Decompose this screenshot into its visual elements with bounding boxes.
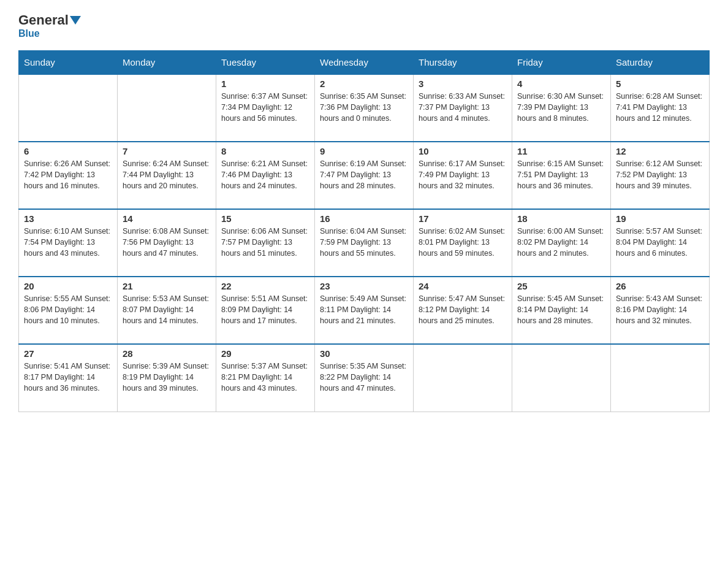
calendar-week-row: 1Sunrise: 6:37 AM Sunset: 7:34 PM Daylig… (19, 74, 710, 142)
day-info: Sunrise: 6:33 AM Sunset: 7:37 PM Dayligh… (419, 91, 507, 124)
logo: General Blue (18, 12, 82, 39)
day-number: 9 (320, 146, 408, 156)
day-info: Sunrise: 5:49 AM Sunset: 8:11 PM Dayligh… (320, 293, 408, 326)
day-info: Sunrise: 6:19 AM Sunset: 7:47 PM Dayligh… (320, 158, 408, 191)
calendar-cell: 7Sunrise: 6:24 AM Sunset: 7:44 PM Daylig… (118, 142, 216, 209)
day-info: Sunrise: 5:47 AM Sunset: 8:12 PM Dayligh… (419, 293, 507, 326)
day-info: Sunrise: 5:55 AM Sunset: 8:06 PM Dayligh… (24, 293, 112, 326)
day-info: Sunrise: 6:04 AM Sunset: 7:59 PM Dayligh… (320, 226, 408, 259)
calendar-cell: 20Sunrise: 5:55 AM Sunset: 8:06 PM Dayli… (19, 277, 118, 344)
day-info: Sunrise: 6:35 AM Sunset: 7:36 PM Dayligh… (320, 91, 408, 124)
day-number: 14 (123, 213, 211, 224)
calendar-cell: 24Sunrise: 5:47 AM Sunset: 8:12 PM Dayli… (414, 277, 512, 344)
calendar-cell (19, 74, 118, 142)
day-info: Sunrise: 6:21 AM Sunset: 7:46 PM Dayligh… (221, 158, 309, 191)
logo-blue-text: Blue (18, 28, 40, 39)
calendar-cell (512, 344, 611, 412)
day-info: Sunrise: 5:39 AM Sunset: 8:19 PM Dayligh… (123, 361, 211, 394)
day-number: 27 (24, 348, 112, 359)
day-number: 2 (320, 79, 408, 89)
day-info: Sunrise: 5:37 AM Sunset: 8:21 PM Dayligh… (221, 361, 309, 394)
weekday-header-tuesday: Tuesday (216, 51, 315, 75)
day-number: 29 (221, 348, 309, 359)
day-info: Sunrise: 5:51 AM Sunset: 8:09 PM Dayligh… (221, 293, 309, 326)
day-number: 24 (419, 281, 507, 291)
calendar-cell (611, 344, 710, 412)
day-info: Sunrise: 5:57 AM Sunset: 8:04 PM Dayligh… (616, 226, 704, 259)
calendar-cell: 26Sunrise: 5:43 AM Sunset: 8:16 PM Dayli… (611, 277, 710, 344)
calendar-cell: 23Sunrise: 5:49 AM Sunset: 8:11 PM Dayli… (315, 277, 414, 344)
day-number: 19 (616, 213, 704, 224)
day-info: Sunrise: 5:35 AM Sunset: 8:22 PM Dayligh… (320, 361, 408, 394)
day-info: Sunrise: 6:37 AM Sunset: 7:34 PM Dayligh… (221, 91, 309, 124)
calendar-cell: 10Sunrise: 6:17 AM Sunset: 7:49 PM Dayli… (414, 142, 512, 209)
day-number: 5 (616, 79, 704, 89)
calendar-cell: 14Sunrise: 6:08 AM Sunset: 7:56 PM Dayli… (118, 209, 216, 277)
calendar-cell (414, 344, 512, 412)
calendar-week-row: 20Sunrise: 5:55 AM Sunset: 8:06 PM Dayli… (19, 277, 710, 344)
day-info: Sunrise: 6:02 AM Sunset: 8:01 PM Dayligh… (419, 226, 507, 259)
calendar-cell: 25Sunrise: 5:45 AM Sunset: 8:14 PM Dayli… (512, 277, 611, 344)
weekday-header-thursday: Thursday (414, 51, 512, 75)
day-info: Sunrise: 5:45 AM Sunset: 8:14 PM Dayligh… (517, 293, 605, 326)
calendar-table: SundayMondayTuesdayWednesdayThursdayFrid… (18, 50, 710, 412)
calendar-week-row: 13Sunrise: 6:10 AM Sunset: 7:54 PM Dayli… (19, 209, 710, 277)
day-info: Sunrise: 6:10 AM Sunset: 7:54 PM Dayligh… (24, 226, 112, 259)
day-number: 20 (24, 281, 112, 291)
day-info: Sunrise: 6:00 AM Sunset: 8:02 PM Dayligh… (517, 226, 605, 259)
logo-triangle-icon (70, 16, 81, 25)
day-number: 21 (123, 281, 211, 291)
day-number: 1 (221, 79, 309, 89)
calendar-cell: 16Sunrise: 6:04 AM Sunset: 7:59 PM Dayli… (315, 209, 414, 277)
calendar-cell: 9Sunrise: 6:19 AM Sunset: 7:47 PM Daylig… (315, 142, 414, 209)
day-number: 6 (24, 146, 112, 156)
calendar-cell: 1Sunrise: 6:37 AM Sunset: 7:34 PM Daylig… (216, 74, 315, 142)
calendar-cell: 4Sunrise: 6:30 AM Sunset: 7:39 PM Daylig… (512, 74, 611, 142)
calendar-cell: 13Sunrise: 6:10 AM Sunset: 7:54 PM Dayli… (19, 209, 118, 277)
day-info: Sunrise: 6:26 AM Sunset: 7:42 PM Dayligh… (24, 158, 112, 191)
day-number: 17 (419, 213, 507, 224)
day-number: 28 (123, 348, 211, 359)
weekday-header-monday: Monday (118, 51, 216, 75)
calendar-cell: 2Sunrise: 6:35 AM Sunset: 7:36 PM Daylig… (315, 74, 414, 142)
calendar-week-row: 6Sunrise: 6:26 AM Sunset: 7:42 PM Daylig… (19, 142, 710, 209)
day-info: Sunrise: 6:08 AM Sunset: 7:56 PM Dayligh… (123, 226, 211, 259)
weekday-header-saturday: Saturday (611, 51, 710, 75)
day-info: Sunrise: 6:24 AM Sunset: 7:44 PM Dayligh… (123, 158, 211, 191)
calendar-cell: 8Sunrise: 6:21 AM Sunset: 7:46 PM Daylig… (216, 142, 315, 209)
day-number: 10 (419, 146, 507, 156)
day-number: 13 (24, 213, 112, 224)
calendar-cell: 27Sunrise: 5:41 AM Sunset: 8:17 PM Dayli… (19, 344, 118, 412)
calendar-cell: 19Sunrise: 5:57 AM Sunset: 8:04 PM Dayli… (611, 209, 710, 277)
day-number: 8 (221, 146, 309, 156)
calendar-cell: 17Sunrise: 6:02 AM Sunset: 8:01 PM Dayli… (414, 209, 512, 277)
day-number: 16 (320, 213, 408, 224)
day-info: Sunrise: 5:43 AM Sunset: 8:16 PM Dayligh… (616, 293, 704, 326)
day-info: Sunrise: 6:06 AM Sunset: 7:57 PM Dayligh… (221, 226, 309, 259)
calendar-header-row: SundayMondayTuesdayWednesdayThursdayFrid… (19, 51, 710, 75)
day-info: Sunrise: 6:15 AM Sunset: 7:51 PM Dayligh… (517, 158, 605, 191)
calendar-cell: 6Sunrise: 6:26 AM Sunset: 7:42 PM Daylig… (19, 142, 118, 209)
day-info: Sunrise: 5:53 AM Sunset: 8:07 PM Dayligh… (123, 293, 211, 326)
page-header: General Blue (18, 12, 710, 39)
calendar-cell: 11Sunrise: 6:15 AM Sunset: 7:51 PM Dayli… (512, 142, 611, 209)
calendar-cell: 30Sunrise: 5:35 AM Sunset: 8:22 PM Dayli… (315, 344, 414, 412)
logo-general-text: General (18, 12, 69, 28)
day-number: 22 (221, 281, 309, 291)
day-number: 25 (517, 281, 605, 291)
day-number: 26 (616, 281, 704, 291)
calendar-cell: 18Sunrise: 6:00 AM Sunset: 8:02 PM Dayli… (512, 209, 611, 277)
day-info: Sunrise: 6:30 AM Sunset: 7:39 PM Dayligh… (517, 91, 605, 124)
day-number: 15 (221, 213, 309, 224)
day-info: Sunrise: 5:41 AM Sunset: 8:17 PM Dayligh… (24, 361, 112, 394)
calendar-cell: 15Sunrise: 6:06 AM Sunset: 7:57 PM Dayli… (216, 209, 315, 277)
calendar-cell: 28Sunrise: 5:39 AM Sunset: 8:19 PM Dayli… (118, 344, 216, 412)
day-number: 30 (320, 348, 408, 359)
day-number: 11 (517, 146, 605, 156)
day-number: 4 (517, 79, 605, 89)
day-info: Sunrise: 6:17 AM Sunset: 7:49 PM Dayligh… (419, 158, 507, 191)
calendar-cell (118, 74, 216, 142)
day-number: 18 (517, 213, 605, 224)
day-number: 3 (419, 79, 507, 89)
weekday-header-friday: Friday (512, 51, 611, 75)
